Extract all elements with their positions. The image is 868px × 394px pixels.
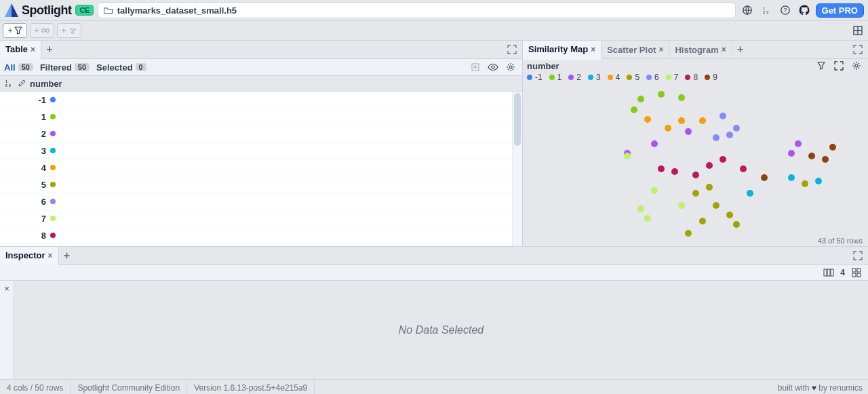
github-icon[interactable] [797, 3, 812, 18]
scatter-point[interactable] [788, 174, 795, 181]
scatter-point[interactable] [651, 140, 658, 147]
close-icon[interactable]: × [722, 45, 726, 54]
scatter-point[interactable] [631, 106, 637, 113]
filter-all[interactable]: All 50 [4, 62, 33, 73]
legend-item[interactable]: 4 [608, 73, 620, 82]
add-column-icon[interactable] [468, 60, 483, 75]
tab-table[interactable]: Table × [0, 41, 41, 60]
table-scrollbar[interactable] [512, 92, 522, 246]
tab-histogram[interactable]: Histogram × [669, 41, 732, 58]
funnel-icon[interactable] [814, 58, 829, 73]
help-icon[interactable]: ? [778, 3, 793, 18]
legend-item[interactable]: 2 [568, 73, 581, 82]
scatter-point[interactable] [651, 187, 658, 194]
maximize-icon[interactable] [850, 42, 865, 57]
column-header[interactable]: 123 number [0, 76, 522, 92]
file-open-field[interactable]: tallymarks_dataset_small.h5 [98, 2, 736, 18]
columns-layout-icon[interactable] [821, 265, 836, 280]
legend-item[interactable]: -1 [527, 73, 542, 82]
maximize-icon[interactable] [850, 248, 865, 263]
close-icon[interactable]: × [48, 251, 53, 260]
scatter-point[interactable] [802, 180, 808, 187]
close-icon[interactable]: × [2, 283, 12, 293]
scatter-point[interactable] [706, 162, 713, 169]
legend-item[interactable]: 6 [646, 73, 659, 82]
scatter-point[interactable] [658, 165, 665, 172]
scatter-point[interactable] [829, 144, 836, 151]
add-tab-button[interactable]: + [59, 248, 75, 264]
layout-grid-icon[interactable] [850, 23, 865, 38]
close-icon[interactable]: × [31, 45, 35, 54]
scatter-point[interactable] [822, 156, 829, 163]
legend-item[interactable]: 1 [549, 73, 562, 82]
scrollbar-thumb[interactable] [514, 93, 521, 146]
close-icon[interactable]: × [591, 45, 595, 54]
scatter-point[interactable] [699, 218, 706, 224]
scatter-point[interactable] [624, 153, 631, 159]
scatter-point[interactable] [637, 205, 644, 212]
scatter-point[interactable] [726, 212, 733, 218]
scatter-point[interactable] [713, 202, 719, 209]
add-tab-button[interactable]: + [732, 41, 749, 58]
tab-similarity-map[interactable]: Similarity Map × [523, 41, 601, 60]
scatter-point[interactable] [637, 96, 644, 102]
scatter-point[interactable] [678, 94, 685, 101]
table-row[interactable]: 8 [0, 227, 513, 244]
scatter-point[interactable] [665, 125, 671, 132]
table-row[interactable]: 7 [0, 210, 513, 227]
scatter-point[interactable] [713, 134, 719, 141]
table-row[interactable]: 9 [0, 244, 513, 246]
legend-item[interactable]: 3 [588, 73, 601, 82]
scatter-point[interactable] [808, 153, 815, 159]
scatter-point[interactable] [678, 202, 685, 209]
scatter-point[interactable] [733, 125, 740, 132]
scatter-point[interactable] [671, 168, 678, 175]
scatter-point[interactable] [644, 215, 651, 222]
scatter-point[interactable] [692, 172, 699, 178]
scatter-area[interactable] [524, 82, 867, 237]
legend-item[interactable]: 5 [627, 73, 639, 82]
legend-item[interactable]: 7 [666, 73, 679, 82]
legend-item[interactable]: 9 [705, 73, 717, 82]
maximize-icon[interactable] [505, 42, 519, 57]
table-row[interactable]: 5 [0, 176, 513, 193]
table-row[interactable]: 3 [0, 142, 513, 159]
scatter-point[interactable] [726, 132, 733, 138]
scatter-point[interactable] [658, 91, 665, 98]
scatter-point[interactable] [740, 165, 747, 172]
add-tab-button[interactable]: + [41, 41, 58, 58]
scatter-point[interactable] [733, 221, 740, 228]
fit-view-icon[interactable] [831, 58, 846, 73]
grid-layout-icon[interactable] [849, 265, 864, 280]
close-icon[interactable]: × [658, 45, 663, 54]
filter-selected[interactable]: Selected 0 [96, 62, 146, 73]
scatter-point[interactable] [761, 174, 768, 181]
tab-scatter-plot[interactable]: Scatter Plot × [601, 41, 669, 58]
scatter-point[interactable] [719, 156, 726, 163]
scatter-point[interactable] [788, 150, 795, 157]
globe-icon[interactable] [740, 3, 755, 18]
scatter-point[interactable] [706, 184, 713, 191]
get-pro-button[interactable]: Get PRO [816, 3, 864, 18]
table-row[interactable]: 2 [0, 125, 513, 142]
scatter-point[interactable] [699, 117, 706, 124]
eye-icon[interactable] [486, 60, 500, 75]
legend-item[interactable]: 8 [685, 73, 698, 82]
scatter-point[interactable] [719, 113, 726, 119]
add-filter-button[interactable]: + [3, 23, 27, 38]
table-row[interactable]: -1 [0, 92, 513, 109]
table-row[interactable]: 6 [0, 193, 513, 210]
table-row[interactable]: 1 [0, 109, 513, 125]
gear-icon[interactable] [849, 58, 864, 73]
scatter-point[interactable] [795, 140, 802, 147]
columns-icon[interactable]: 123 [759, 3, 774, 18]
scatter-point[interactable] [678, 117, 685, 124]
scatter-point[interactable] [644, 116, 651, 123]
filter-filtered[interactable]: Filtered 50 [40, 62, 90, 73]
scatter-point[interactable] [692, 190, 699, 197]
gear-icon[interactable] [503, 60, 518, 75]
scatter-point[interactable] [815, 178, 822, 184]
scatter-point[interactable] [685, 128, 692, 135]
tab-inspector[interactable]: Inspector × [0, 247, 59, 266]
scatter-point[interactable] [747, 190, 753, 197]
